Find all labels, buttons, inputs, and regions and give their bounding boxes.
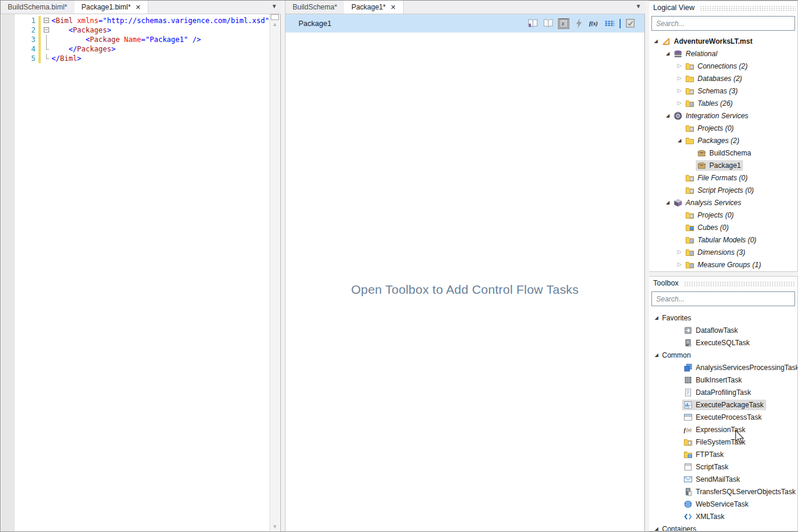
toolbox-item-ftptask[interactable]: FTPTask — [649, 448, 797, 460]
tree-item-analysis-services[interactable]: ◢Analysis Services — [649, 196, 797, 209]
tab-close-icon[interactable]: ✕ — [390, 4, 395, 11]
tree-item-projects-0-[interactable]: Projects (0) — [649, 209, 797, 221]
toolbox-item-expressiontask[interactable]: f(x)ExpressionTask — [649, 423, 797, 436]
lightning-icon[interactable] — [573, 18, 585, 29]
row-content: Integration Services — [672, 111, 751, 121]
toolbox-search-input[interactable] — [651, 291, 795, 306]
outlining-margin[interactable] — [43, 25, 51, 35]
parameters-icon[interactable] — [604, 18, 615, 29]
expander-open-icon[interactable]: ◢ — [663, 47, 672, 60]
code-line[interactable]: 4 </Packages> — [16, 44, 269, 54]
toolbox-item-analysisservicesprocessingtask[interactable]: AnalysisServicesProcessingTask — [649, 361, 797, 374]
toolbox-item-executeprocesstask[interactable]: ExecuteProcessTask — [649, 411, 797, 423]
tree-item-dimensions-3-[interactable]: ▷Dimensions (3) — [649, 246, 797, 258]
expander-closed-icon[interactable]: ▷ — [675, 258, 684, 271]
tab-close-icon[interactable]: ✕ — [135, 4, 141, 11]
toolbox-item-transfersqlserverobjectstask[interactable]: TransferSQLServerObjectsTask — [649, 485, 797, 498]
outlining-margin[interactable] — [43, 44, 51, 54]
tree-item-tables-26-[interactable]: ▷Tables (26) — [649, 97, 797, 109]
tree-item-projects-0-[interactable]: Projects (0) — [649, 122, 797, 134]
expander-open-icon[interactable]: ◢ — [652, 312, 661, 324]
control-flow-design-surface[interactable]: Open Toolbox to Add Control Flow Tasks — [286, 33, 644, 531]
toolbox-item-filesystemtask[interactable]: FileSystemTask — [649, 436, 797, 448]
open-book-bookmark-icon[interactable] — [527, 18, 539, 29]
designer-tab-buildschema-[interactable]: BuildSchema* — [286, 1, 344, 14]
tree-item-script-projects-0-[interactable]: Script Projects (0) — [649, 184, 797, 196]
row-content: Connections (2) — [684, 61, 750, 72]
outlining-margin[interactable] — [43, 16, 51, 25]
expander-closed-icon[interactable]: ▷ — [675, 246, 684, 258]
xml-view-icon[interactable]: x — [558, 18, 569, 29]
outlining-margin[interactable] — [43, 35, 51, 44]
toolbox-item-sendmailtask[interactable]: SendMailTask — [649, 473, 797, 485]
tree-item-buildschema[interactable]: BuildSchema — [649, 147, 797, 159]
toolbox-item-dataprofilingtask[interactable]: DataProfilingTask — [649, 386, 797, 398]
expander-open-icon[interactable]: ◢ — [663, 109, 672, 122]
tree-item-cubes-0-[interactable]: Cubes (0) — [649, 221, 797, 233]
validate-checkbox-icon[interactable] — [625, 18, 636, 29]
tree-item-relational[interactable]: ◢Relational — [649, 47, 797, 60]
fx-expressions-icon[interactable]: f(x) — [589, 18, 600, 29]
open-book-icon[interactable] — [543, 18, 554, 29]
expander-closed-icon[interactable]: ▷ — [675, 60, 684, 72]
tree-item-packages-2-[interactable]: ◢Packages (2) — [649, 134, 797, 147]
row-content: DataProfilingTask — [682, 387, 753, 398]
editor-tab-buildschema-biml-[interactable]: BuildSchema.biml* — [1, 1, 74, 14]
code-text: <Packages> — [51, 25, 111, 35]
tab-overflow-chevron-icon[interactable]: ▼ — [271, 3, 277, 9]
toolbox-item-executesqltask[interactable]: ExecuteSQLTask — [649, 336, 797, 349]
toolbox-item-webservicetask[interactable]: WebServiceTask — [649, 498, 797, 510]
expander-open-icon[interactable]: ◢ — [652, 349, 661, 361]
toolbox-item-dataflowtask[interactable]: DataflowTask — [649, 324, 797, 336]
item-label: ScriptTask — [696, 463, 728, 471]
send-mail-task-icon — [683, 475, 693, 484]
editor-tab-package1-biml-[interactable]: Package1.biml*✕ — [74, 1, 149, 14]
row-content: XMLTask — [682, 511, 726, 522]
designer-tab-package1-[interactable]: Package1*✕ — [344, 1, 403, 14]
editor-splitter-handle[interactable] — [271, 14, 279, 20]
code-line[interactable]: 2 <Packages> — [16, 25, 269, 35]
row-content: Analysis Services — [672, 197, 744, 208]
item-label: FTPTask — [696, 450, 724, 459]
tree-item-tabular-models-0-[interactable]: Tabular Models (0) — [649, 233, 797, 246]
tree-item-adventureworkslt-mst[interactable]: ◢AdventureWorksLT.mst — [649, 35, 797, 47]
code-line[interactable]: 1<Biml xmlns="http://schemas.varigence.c… — [16, 16, 269, 25]
expander-closed-icon[interactable]: ▷ — [675, 85, 684, 97]
item-label: Cubes (0) — [698, 223, 729, 232]
expander-closed-icon[interactable]: ▷ — [675, 72, 684, 85]
tree-item-file-formats-0-[interactable]: File Formats (0) — [649, 171, 797, 184]
toolbox-item-favorites[interactable]: ◢Favorites — [649, 312, 797, 324]
editor-vertical-scrollbar[interactable]: ▲ ▼ — [270, 14, 280, 531]
panel-grip-handle[interactable] — [684, 281, 796, 287]
code-line[interactable]: 3 <Package Name="Package1" /> — [16, 35, 269, 44]
expander-open-icon[interactable]: ◢ — [663, 196, 672, 209]
row-content: Script Projects (0) — [684, 185, 756, 196]
line-number: 2 — [16, 25, 38, 35]
tree-item-schemas-3-[interactable]: ▷Schemas (3) — [649, 85, 797, 97]
logical-view-search-input[interactable] — [651, 16, 795, 31]
scroll-up-icon[interactable]: ▲ — [270, 21, 280, 27]
relational-database-icon — [673, 49, 683, 59]
scroll-down-icon[interactable]: ▼ — [270, 524, 280, 530]
outlining-margin[interactable] — [43, 54, 51, 63]
toolbox-item-xmltask[interactable]: XMLTask — [649, 510, 797, 523]
toolbox-item-bulkinserttask[interactable]: BulkInsertTask — [649, 374, 797, 386]
panel-grip-handle[interactable] — [700, 6, 796, 11]
toolbox-item-common[interactable]: ◢Common — [649, 349, 797, 361]
tree-item-package1[interactable]: Package1 — [649, 159, 797, 171]
code-line[interactable]: 5</Biml> — [16, 54, 269, 63]
tree-item-databases-2-[interactable]: ▷Databases (2) — [649, 72, 797, 85]
expander-open-icon[interactable]: ◢ — [675, 134, 684, 147]
tree-item-connections-2-[interactable]: ▷Connections (2) — [649, 60, 797, 72]
code-editor[interactable]: 1<Biml xmlns="http://schemas.varigence.c… — [1, 14, 280, 531]
tree-item-integration-services[interactable]: ◢Integration Services — [649, 109, 797, 122]
expander-closed-icon[interactable]: ▷ — [675, 97, 684, 109]
toolbox-item-scripttask[interactable]: ScriptTask — [649, 460, 797, 473]
tree-item-measure-groups-1-[interactable]: ▷Measure Groups (1) — [649, 258, 797, 271]
toolbox-item-executepackagetask[interactable]: ExecutePackageTask — [649, 398, 797, 411]
tab-overflow-chevron-icon[interactable]: ▼ — [635, 3, 641, 9]
designer-header: Package1 xf(x) — [286, 14, 644, 33]
expander-open-icon[interactable]: ◢ — [652, 523, 661, 531]
toolbox-item-containers[interactable]: ◢Containers — [649, 523, 797, 531]
expander-open-icon[interactable]: ◢ — [651, 35, 660, 47]
